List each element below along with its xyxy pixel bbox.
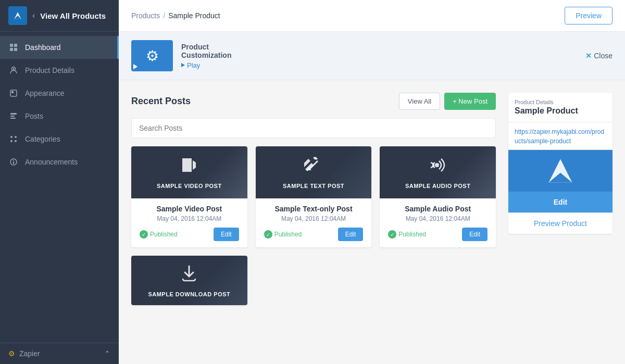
svg-rect-2 <box>10 44 13 47</box>
rp-preview-product-button[interactable]: Preview Product <box>508 212 612 234</box>
audio-post-info: Sample Audio Post May 04, 2016 12:04AM ✓… <box>380 198 496 247</box>
play-triangle-icon <box>133 64 138 69</box>
search-posts-input[interactable] <box>131 118 496 138</box>
sidebar-nav: Dashboard Product Details Appearance <box>0 32 119 343</box>
product-details-icon <box>8 65 19 76</box>
audio-post-date: May 04, 2016 12:04AM <box>386 215 490 222</box>
svg-rect-11 <box>10 116 15 117</box>
svg-point-19 <box>13 160 14 161</box>
zapier-gear-icon: ⚙ <box>8 349 15 358</box>
breadcrumb-separator: / <box>163 11 165 20</box>
product-url[interactable]: https://zapier.mykajabi.com/products/sam… <box>515 128 604 145</box>
post-card-audio: SAMPLE AUDIO POST Sample Audio Post May … <box>380 146 496 247</box>
video-status-label: Published <box>150 231 178 238</box>
sidebar-item-appearance[interactable]: Appearance <box>0 82 119 105</box>
video-icon <box>180 156 198 179</box>
banner-play-button[interactable]: Play <box>181 61 231 69</box>
check-icon-2: ✓ <box>264 230 272 239</box>
posts-icon <box>8 111 19 121</box>
audio-status-label: Published <box>398 231 426 238</box>
banner-close-button[interactable]: ✕ Close <box>585 52 612 60</box>
product-customization-banner: ⚙ Product Customization Play ✕ Close <box>119 32 625 80</box>
video-post-name: Sample Video Post <box>138 205 241 213</box>
audio-post-edit-button[interactable]: Edit <box>462 228 488 241</box>
banner-title: Product Customization <box>181 43 231 59</box>
play-icon <box>181 63 185 67</box>
footer-brand: ⚙ Zapier <box>8 349 40 358</box>
svg-rect-12 <box>10 118 16 119</box>
close-x-icon: ✕ <box>585 52 592 60</box>
play-label: Play <box>187 61 200 69</box>
text-post-thumb-label: SAMPLE TEXT POST <box>283 183 344 189</box>
video-post-date: May 04, 2016 12:04AM <box>138 215 241 222</box>
dashboard-icon <box>8 42 19 53</box>
rp-title: Sample Product <box>515 106 606 116</box>
video-post-edit-button[interactable]: Edit <box>214 228 239 241</box>
banner-icon: ⚙ <box>131 40 173 71</box>
new-post-button[interactable]: + New Post <box>444 93 496 110</box>
svg-point-7 <box>13 68 15 70</box>
sidebar-item-announcements[interactable]: Announcements <box>0 150 119 173</box>
sidebar-item-product-details[interactable]: Product Details <box>0 59 119 82</box>
download-post-thumb-label: SAMPLE DOWNLOAD POST <box>148 291 230 297</box>
text-post-thumbnail: SAMPLE TEXT POST <box>256 146 372 198</box>
svg-rect-3 <box>14 44 17 47</box>
text-post-footer: ✓ Published Edit <box>262 228 366 241</box>
sidebar-footer: ⚙ Zapier ⌃ <box>0 343 119 364</box>
breadcrumb-root[interactable]: Products <box>131 11 160 20</box>
download-post-thumbnail: SAMPLE DOWNLOAD POST <box>131 256 247 305</box>
footer-label: Zapier <box>19 349 40 358</box>
posts-grid: SAMPLE VIDEO POST Sample Video Post May … <box>131 146 496 305</box>
audio-post-thumb-label: SAMPLE AUDIO POST <box>405 183 470 189</box>
svg-rect-4 <box>10 48 13 51</box>
view-all-posts-button[interactable]: View All <box>399 93 440 110</box>
download-icon <box>180 264 198 287</box>
posts-label: Posts <box>25 112 43 120</box>
rp-logo <box>508 150 612 192</box>
audio-post-name: Sample Audio Post <box>386 205 490 213</box>
sidebar-item-posts[interactable]: Posts <box>0 105 119 128</box>
text-post-edit-button[interactable]: Edit <box>338 228 364 241</box>
text-post-date: May 04, 2016 12:04AM <box>262 215 366 222</box>
svg-rect-9 <box>11 91 14 93</box>
text-post-name: Sample Text-only Post <box>262 205 366 213</box>
categories-label: Categories <box>25 135 60 143</box>
post-card-download: SAMPLE DOWNLOAD POST <box>131 256 247 305</box>
banner-left: ⚙ Product Customization Play <box>131 40 231 71</box>
audio-published-badge: ✓ Published <box>388 230 426 239</box>
posts-actions: View All + New Post <box>399 93 496 110</box>
breadcrumb: Products / Sample Product <box>131 11 220 20</box>
banner-text: Product Customization Play <box>181 43 231 69</box>
back-navigation[interactable]: ‹ View All Products <box>0 0 119 32</box>
rp-edit-button[interactable]: Edit <box>508 192 612 212</box>
preview-button[interactable]: Preview <box>565 7 612 24</box>
svg-point-13 <box>10 136 12 138</box>
categories-icon <box>8 134 19 144</box>
sidebar-item-categories[interactable]: Categories <box>0 128 119 150</box>
product-details-label: Product Details <box>25 66 74 74</box>
svg-point-22 <box>435 163 439 167</box>
rp-link: https://zapier.mykajabi.com/products/sam… <box>508 122 612 150</box>
post-card-video: SAMPLE VIDEO POST Sample Video Post May … <box>131 146 247 247</box>
sidebar-item-dashboard[interactable]: Dashboard <box>0 36 119 59</box>
announcements-icon <box>8 157 19 167</box>
breadcrumb-current: Sample Product <box>168 11 220 20</box>
svg-rect-5 <box>14 48 17 51</box>
video-post-info: Sample Video Post May 04, 2016 12:04AM ✓… <box>131 198 247 247</box>
right-panel-inner: Product Details Sample Product https://z… <box>508 93 612 234</box>
video-published-badge: ✓ Published <box>140 230 178 239</box>
sidebar: ‹ View All Products Dashboard <box>0 0 119 364</box>
text-published-badge: ✓ Published <box>264 230 302 239</box>
footer-chevron-icon: ⌃ <box>104 349 110 358</box>
text-icon <box>304 156 323 179</box>
svg-point-15 <box>15 136 17 138</box>
audio-post-thumbnail: SAMPLE AUDIO POST <box>380 146 496 198</box>
announcements-label: Announcements <box>25 158 78 166</box>
check-icon: ✓ <box>140 230 148 239</box>
audio-post-footer: ✓ Published Edit <box>386 228 490 241</box>
text-post-info: Sample Text-only Post May 04, 2016 12:04… <box>256 198 372 247</box>
app-logo <box>8 6 27 25</box>
back-label: View All Products <box>40 11 106 20</box>
close-label: Close <box>594 52 612 60</box>
topbar: Products / Sample Product Preview <box>119 0 625 32</box>
